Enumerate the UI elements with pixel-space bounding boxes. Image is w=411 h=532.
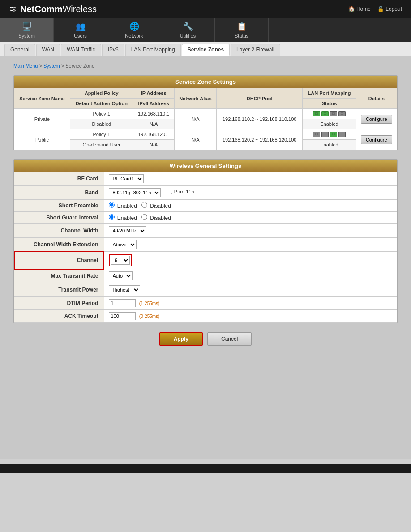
channel-width-extension-label: Channel Width Extension [14,238,104,252]
col-details: Details [356,88,397,109]
logout-icon: 🔓 [377,6,384,12]
rf-card-select[interactable]: RF Card1 RF Card2 [109,174,144,183]
zone-private-ipv6: N/A [133,119,174,129]
zone-private-authen: Disabled [70,119,133,129]
sub-nav-ipv6[interactable]: IPv6 [102,44,124,56]
cancel-button[interactable]: Cancel [207,332,252,346]
channel-value: 1234 5678 91011 [104,252,397,269]
zone-private-dhcp: 192.168.110.2 ~ 192.168.110.100 [216,109,302,129]
ack-timeout-input[interactable] [109,312,136,320]
zone-private-name: Private [14,109,70,129]
zone-public-authen: On-demand User [70,140,133,150]
col-applied-policy: Applied Policy [70,88,133,99]
sub-nav-service-zones[interactable]: Service Zones [182,44,230,56]
col-ipv6-address: IPv6 Address [133,99,174,109]
short-preamble-disabled-label: Disabled [150,203,171,209]
zone-public-dhcp: 192.168.120.2 ~ 192.168.120.100 [216,129,302,150]
users-icon: 👥 [76,21,86,31]
utilities-icon: 🔧 [183,21,193,31]
nav-tab-status[interactable]: 📋 Status [215,18,269,42]
nav-tab-network[interactable]: 🌐 Network [107,18,161,42]
dtim-period-row: DTIM Period (1-255ms) [14,297,397,310]
apply-button[interactable]: Apply [159,332,203,346]
col-default-authen: Default Authen Option [70,99,133,109]
port-icon-p2: □ [321,132,329,137]
band-select[interactable]: 802.11g+802.11n 802.11b 802.11g 802.11n [109,188,161,197]
port-icon-3: □ [330,111,337,116]
zone-private-ip: 192.168.110.1 [133,109,174,119]
short-guard-disabled-radio[interactable] [141,214,147,220]
configure-public-btn[interactable]: Configure [361,135,392,144]
channel-highlight: 1234 5678 91011 [109,254,132,266]
short-guard-enabled-radio[interactable] [109,214,115,220]
col-status: Status [303,99,356,109]
zone-public-ip: 192.168.120.1 [133,129,174,140]
network-icon: 🌐 [129,21,139,31]
short-preamble-disabled-radio[interactable] [141,202,147,208]
nav-tab-system[interactable]: 🖥️ System [0,18,54,42]
channel-width-row: Channel Width 40/20 MHz 20 MHz [14,224,397,238]
col-ip-address: IP Address [133,88,174,99]
zone-public-alias: N/A [174,129,216,150]
dtim-period-label: DTIM Period [14,297,104,310]
col-lan-port-mapping: LAN Port Mapping [303,88,356,99]
zone-public-ipv6: N/A [133,140,174,150]
sub-nav-general[interactable]: General [4,44,35,56]
channel-width-extension-value: Above Below [104,238,397,252]
channel-select[interactable]: 1234 5678 91011 [111,256,130,265]
logout-link[interactable]: 🔓 Logout [377,6,402,12]
ack-timeout-row: ACK Timeout (0-255ms) [14,310,397,323]
channel-width-value: 40/20 MHz 20 MHz [104,224,397,238]
transmit-power-value: Highest High Medium Low Lowest [104,283,397,297]
nav-tab-utilities[interactable]: 🔧 Utilities [161,18,215,42]
col-service-zone-name: Service Zone Name [14,88,70,109]
pure11n-checkbox[interactable] [167,189,172,194]
channel-row: Channel 1234 5678 91011 [14,252,397,269]
zone-public-policy: Policy 1 [70,129,133,140]
band-label: Band [14,186,104,200]
wireless-title: Wireless General Settings [14,160,397,172]
transmit-power-row: Transmit Power Highest High Medium Low L… [14,283,397,297]
sub-nav-wan-traffic[interactable]: WAN Traffic [61,44,101,56]
zone-public-ports: □ □ □ □ [306,132,352,137]
status-icon: 📋 [237,21,247,31]
zone-private-policy: Policy 1 [70,109,133,119]
pure11n-area: Pure 11n [167,189,194,194]
port-icon-p1: □ [313,132,320,137]
service-zone-settings: Service Zone Settings Service Zone Name … [13,75,398,150]
sub-nav-wan[interactable]: WAN [36,44,60,56]
short-preamble-enabled-label: Enabled [117,203,137,209]
home-link[interactable]: 🏠 Home [348,6,371,12]
logo: ≋ NetCommWireless [9,4,97,14]
port-icon-p3: □ [330,132,337,137]
dtim-period-input[interactable] [109,299,136,307]
breadcrumb-current: Service Zone [65,63,94,69]
breadcrumb: Main Menu > System > Service Zone [13,63,398,69]
short-guard-interval-label: Short Guard Interval [14,212,104,224]
zone-private-alias: N/A [174,109,216,129]
ack-timeout-hint: (0-255ms) [139,314,160,319]
max-transmit-rate-label: Max Transmit Rate [14,269,104,283]
dtim-period-hint: (1-255ms) [139,301,160,306]
nav-tab-users[interactable]: 👥 Users [54,18,107,42]
short-preamble-label: Short Preamble [14,200,104,212]
max-transmit-rate-row: Max Transmit Rate Auto [14,269,397,283]
short-guard-enabled-label: Enabled [117,215,137,221]
configure-private-btn[interactable]: Configure [361,115,392,124]
breadcrumb-system[interactable]: System [43,63,60,69]
rf-card-row: RF Card RF Card1 RF Card2 [14,172,397,186]
transmit-power-select[interactable]: Highest High Medium Low Lowest [109,285,140,294]
short-preamble-enabled-radio[interactable] [109,202,115,208]
system-icon: 🖥️ [22,21,32,31]
wireless-settings-table: RF Card RF Card1 RF Card2 Band [14,172,397,323]
channel-width-select[interactable]: 40/20 MHz 20 MHz [109,226,146,235]
sub-nav-layer2-firewall[interactable]: Layer 2 Firewall [231,44,280,56]
zone-private-status: Enabled [303,119,356,129]
port-icon-4: □ [338,111,346,116]
max-transmit-rate-select[interactable]: Auto [109,271,133,280]
channel-width-extension-select[interactable]: Above Below [109,240,137,249]
sub-nav: General WAN WAN Traffic IPv6 LAN Port Ma… [0,42,411,56]
sub-nav-lan-port-mapping[interactable]: LAN Port Mapping [125,44,181,56]
breadcrumb-main-menu[interactable]: Main Menu [13,63,38,69]
ack-timeout-value: (0-255ms) [104,310,397,323]
